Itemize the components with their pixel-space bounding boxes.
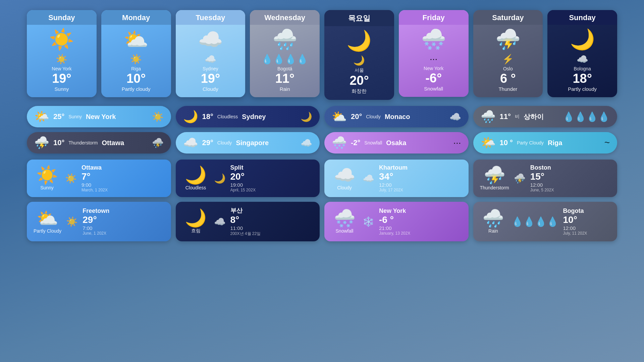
vcard-condition: Thunder xyxy=(498,86,517,92)
wcard-temp: 34° xyxy=(379,171,462,182)
wcard-row5-3[interactable]: 🌧️ Rain 💧💧💧💧 Bogota 10° 12:00 July, 11 2… xyxy=(473,202,618,241)
vcard-temp: 20° xyxy=(350,74,369,87)
hcard-row2-0[interactable]: 🌤️ 25° Sunny New York ☀️ xyxy=(27,106,171,127)
wcard-small-icon-area: 💧💧💧💧 xyxy=(512,216,558,227)
hcard-icon: ⛅ xyxy=(332,111,347,123)
hcard-row2-3[interactable]: 🌧️ 11° 비 상하이 💧💧💧💧 xyxy=(473,106,618,127)
wcard-temp: 10° xyxy=(563,215,611,225)
wcard-info: Khartoum 34° 12:00 July, 17 202X xyxy=(379,164,462,192)
wcard-date: July, 17 202X xyxy=(379,188,462,192)
wcard-big-icon: 🌧️ xyxy=(482,209,504,227)
wcard-temp: 7° xyxy=(82,171,164,182)
wcard-info: Bogota 10° 12:00 July, 11 202X xyxy=(563,207,611,236)
wcard-row4-0[interactable]: ☀️ Sunny ☀️ Ottawa 7° 9:00 March, 1 202X xyxy=(27,160,171,197)
vcard-city: New York xyxy=(52,66,71,71)
vertical-weather-card-2[interactable]: Tuesday ☁️ ☁️ Sydney 19° Cloudy xyxy=(176,10,246,97)
vcard-temp: 19° xyxy=(201,72,220,85)
wcard-info: Freetown 29° 7:00 June, 1 202X xyxy=(83,207,164,236)
wcard-small-icon: 🌙 xyxy=(214,173,226,184)
vcard-condition: Partly cloudy xyxy=(568,86,597,92)
vcard-day: Saturday xyxy=(473,10,543,25)
wcard-icon-area: 🌙 흐림 xyxy=(182,209,209,234)
hcard-city: Singapore xyxy=(236,139,297,147)
hcard-icon: 🌙 xyxy=(183,111,198,123)
vertical-cards-row: Sunday ☀️ ☀️ New York 19° Sunny Monday ⛅… xyxy=(0,0,644,100)
hcard-row3-1[interactable]: ☁️ 29° Cloudy Singapore ☁️ xyxy=(176,132,320,154)
vcard-main-icon: 🌙 xyxy=(346,31,372,51)
vcard-day: Friday xyxy=(399,10,469,25)
wcard-info: Split 20° 19:00 April, 15 202X xyxy=(230,164,313,192)
vertical-weather-card-5[interactable]: Friday 🌨️ ··· New York -6° Snowfall xyxy=(399,10,469,97)
hcard-city: 상하이 xyxy=(524,112,559,121)
hcard-row3-2[interactable]: 🌨️ -2° Snowfall Osaka ··· xyxy=(324,132,469,154)
wcard-small-icon-area: ❄️ xyxy=(363,216,374,227)
wcard-city: Split xyxy=(230,164,313,171)
vcard-condition: Snowfall xyxy=(424,86,443,92)
vcard-main-icon: ⛈️ xyxy=(495,29,521,50)
vertical-weather-card-4[interactable]: 목요일 🌙 🌙 서울 20° 화창한 xyxy=(324,10,394,100)
wcard-info: 부산 8° 11:00 200X년 4월 22일 xyxy=(230,206,313,237)
vcard-city: Riga xyxy=(131,66,141,71)
wcard-date: January, 13 202X xyxy=(379,231,462,236)
vcard-city: 서울 xyxy=(355,67,364,73)
vcard-day: Monday xyxy=(101,10,171,25)
hcard-temp: 18° xyxy=(202,112,213,121)
vertical-weather-card-1[interactable]: Monday ⛅ ☀️ Riga 10° Partly cloudy xyxy=(101,10,171,97)
hcard-row3-3[interactable]: 🌤️ 10 ° Party Cloudy Riga ~ xyxy=(473,132,618,154)
hcard-condition: Sunny xyxy=(68,114,82,119)
vcard-city: Oslo xyxy=(503,66,513,71)
wcard-big-icon: 🌙 xyxy=(185,209,207,227)
hcard-icon: 🌧️ xyxy=(481,111,496,123)
wcard-date: April, 15 202X xyxy=(230,188,313,192)
vertical-weather-card-3[interactable]: Wednesday 🌧️ 💧💧💧💧 Bogotá 11° Rain xyxy=(250,10,320,97)
horizontal-cards-row2: 🌤️ 25° Sunny New York ☀️ 🌙 18° Cloudless… xyxy=(0,100,644,127)
vcard-condition: Sunny xyxy=(55,86,69,92)
wcard-row4-1[interactable]: 🌙 Cloudless 🌙 Split 20° 19:00 April, 15 … xyxy=(176,160,320,197)
wcard-info: Ottawa 7° 9:00 March, 1 202X xyxy=(82,164,164,192)
wcard-row4-3[interactable]: ⛈️ Thunderstorm ⛈️ Boston 15° 12:00 June… xyxy=(473,160,618,197)
wcard-icon-area: ☁️ Cloudy xyxy=(331,166,358,190)
horizontal-cards-row3: ⛈️ 10° Thunderstorm Ottawa ⛈️ ☁️ 29° Clo… xyxy=(0,127,644,154)
wcard-row5-0[interactable]: ⛅ Partly Cloudy ☀️ Freetown 29° 7:00 Jun… xyxy=(27,202,171,241)
hcard-condition: Cloudy xyxy=(217,140,232,145)
wcard-row4-2[interactable]: ☁️ Cloudy ☁️ Khartoum 34° 12:00 July, 17… xyxy=(324,160,469,197)
hcard-icon-right: 🌙 xyxy=(301,111,312,122)
vcard-temp: 10° xyxy=(126,72,146,85)
vcard-small-icon: ☀️ xyxy=(56,54,67,65)
wcard-row5-2[interactable]: 🌨️ Snowfall ❄️ New York -6 ° 21:00 Janua… xyxy=(324,202,469,241)
wcard-row5-1[interactable]: 🌙 흐림 ☁️ 부산 8° 11:00 200X년 4월 22일 xyxy=(176,202,320,241)
hcard-icon-right: ☁️ xyxy=(449,111,461,122)
vcard-condition: Rain xyxy=(280,86,290,92)
wcard-condition: Cloudy xyxy=(337,185,352,190)
wcard-small-icon-area: ☀️ xyxy=(66,216,78,227)
wcard-time: 7:00 xyxy=(83,225,164,231)
wcard-date: July, 11 202X xyxy=(563,231,611,236)
wcard-temp: 8° xyxy=(230,215,313,225)
wcard-city: Khartoum xyxy=(379,164,462,171)
wcard-city: Freetown xyxy=(83,207,164,215)
vertical-weather-card-6[interactable]: Saturday ⛈️ ⚡ Oslo 6 ° Thunder xyxy=(473,10,543,97)
wcard-small-icon: ☁️ xyxy=(214,216,226,227)
wcard-condition: Snowfall xyxy=(336,228,354,234)
hcard-condition: Snowfall xyxy=(364,140,382,145)
wcard-icon-area: 🌧️ Rain xyxy=(480,209,507,234)
vcard-day: Sunday xyxy=(547,10,617,25)
hcard-temp: 11° xyxy=(500,112,511,121)
vcard-city: New York xyxy=(424,66,443,71)
wcard-small-icon-area: ☁️ xyxy=(214,216,226,227)
hcard-icon: 🌤️ xyxy=(481,137,496,149)
wcard-temp: 15° xyxy=(530,171,610,182)
wcard-city: New York xyxy=(379,207,462,215)
vertical-weather-card-7[interactable]: Sunday 🌙 ☁️ Bologna 18° Partly cloudy xyxy=(547,10,617,97)
vcard-city: Bogotá xyxy=(277,66,292,71)
vcard-small-icon: ⚡ xyxy=(502,54,514,65)
vcard-temp: 11° xyxy=(275,72,294,85)
hcard-row3-0[interactable]: ⛈️ 10° Thunderstorm Ottawa ⛈️ xyxy=(27,132,171,154)
vertical-weather-card-0[interactable]: Sunday ☀️ ☀️ New York 19° Sunny xyxy=(27,10,97,97)
hcard-row2-1[interactable]: 🌙 18° Cloudless Sydney 🌙 xyxy=(176,106,320,127)
hcard-icon-right: ☁️ xyxy=(301,137,312,148)
vcard-city: Bologna xyxy=(574,66,591,71)
hcard-row2-2[interactable]: ⛅ 20° Cloudy Monaco ☁️ xyxy=(324,106,469,127)
vcard-small-icon: ☁️ xyxy=(577,54,588,65)
wcard-city: Bogota xyxy=(563,207,611,215)
